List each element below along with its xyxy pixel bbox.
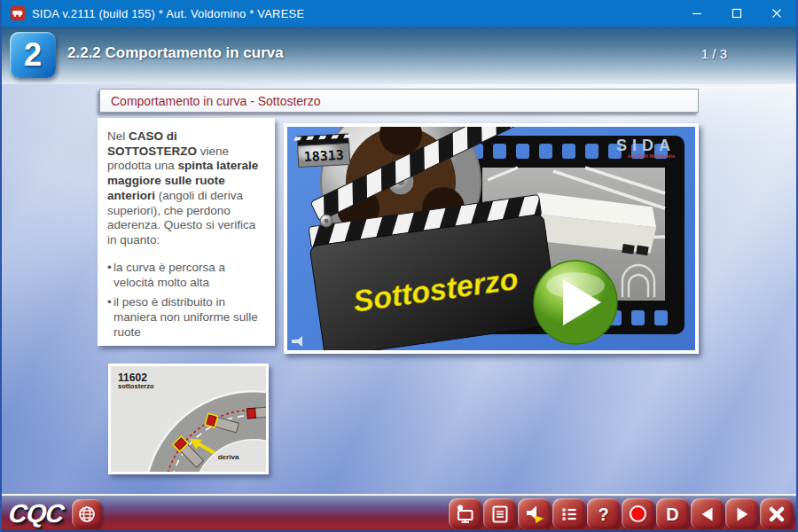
clip-number-marker: 18313 — [293, 133, 353, 167]
sida-brand-sub: AutoSoft Multimedia — [628, 153, 676, 159]
maximize-button[interactable] — [716, 0, 756, 27]
record-dot-icon — [628, 504, 648, 524]
toolbar-button-forward[interactable] — [725, 498, 758, 529]
toolbar-button-row: ?D — [449, 498, 793, 529]
toolbar-button-record[interactable] — [622, 498, 654, 529]
letter-d-icon: D — [666, 505, 678, 523]
video-artwork: SIDA AutoSoft Multimedia — [287, 127, 695, 350]
toolbar-button-dictionary[interactable]: D — [656, 498, 689, 529]
minimize-button[interactable] — [677, 0, 716, 27]
toolbar-button-index[interactable] — [552, 498, 585, 529]
list-icon — [559, 505, 579, 524]
document-icon — [490, 505, 510, 524]
close-button[interactable] — [756, 0, 796, 27]
question-icon: ? — [598, 505, 608, 523]
close-x-icon — [767, 505, 786, 524]
deriva-label: deriva — [218, 453, 239, 461]
toolbar-button-exit[interactable] — [760, 498, 793, 529]
paragraph-text: Nel — [107, 129, 129, 143]
diagram-artwork: deriva 11602 sottosterzo — [111, 366, 266, 472]
bullet-item: la curva è percorsa a velocità molto alt… — [107, 261, 265, 290]
globe-button[interactable] — [72, 499, 102, 528]
toolbar-button-text[interactable] — [483, 498, 516, 529]
content-area: Comportamento in curva - Sottosterzo Nel… — [2, 84, 796, 494]
section-title: Comportamento in curva - Sottosterzo — [100, 94, 321, 108]
globe-icon — [77, 505, 97, 524]
toolbar-button-back[interactable] — [691, 498, 724, 529]
presenter-monitor-icon — [455, 504, 475, 524]
lesson-text-panel: Nel CASO di SOTTOSTERZO viene prodotta u… — [98, 118, 275, 346]
understeer-diagram[interactable]: deriva 11602 sottosterzo — [108, 364, 269, 474]
video-thumbnail[interactable]: SIDA AutoSoft Multimedia — [284, 123, 699, 354]
cqc-logo: CQC — [7, 499, 65, 528]
play-icon — [534, 261, 617, 344]
window-title: SIDA v.2111 (build 155) * Aut. Voldomino… — [32, 7, 677, 20]
clip-number: 18313 — [303, 147, 344, 165]
app-window: SIDA v.2111 (build 155) * Aut. Voldomino… — [0, 0, 798, 532]
title-bar: SIDA v.2111 (build 155) * Aut. Voldomino… — [2, 0, 796, 27]
chapter-badge: 2 — [10, 32, 56, 78]
section-header-bar: Comportamento in curva - Sottosterzo — [99, 89, 699, 113]
diagram-label: sottosterzo — [118, 382, 154, 390]
bullet-item: il peso è distribuito in maniera non uni… — [107, 295, 265, 340]
toolbar-button-audio[interactable] — [518, 498, 551, 529]
speaker-audio-icon — [524, 504, 544, 524]
bottom-toolbar: CQC ?D — [2, 494, 796, 532]
toolbar-button-classroom[interactable] — [449, 498, 481, 529]
arrow-right-icon — [732, 505, 752, 524]
lesson-paragraph: Nel CASO di SOTTOSTERZO viene prodotta u… — [107, 129, 265, 248]
toolbar-button-help[interactable]: ? — [587, 498, 620, 529]
lesson-header: 2 2.2.2 Comportamento in curva 1 / 3 — [2, 27, 796, 84]
arrow-left-icon — [698, 505, 717, 524]
app-truck-icon — [11, 6, 25, 20]
lesson-bullet-list: la curva è percorsa a velocità molto alt… — [107, 261, 265, 340]
page-indicator: 1 / 3 — [701, 46, 727, 61]
lesson-title: 2.2.2 Comportamento in curva — [67, 44, 284, 62]
sida-brand-logo: SIDA — [616, 137, 676, 154]
